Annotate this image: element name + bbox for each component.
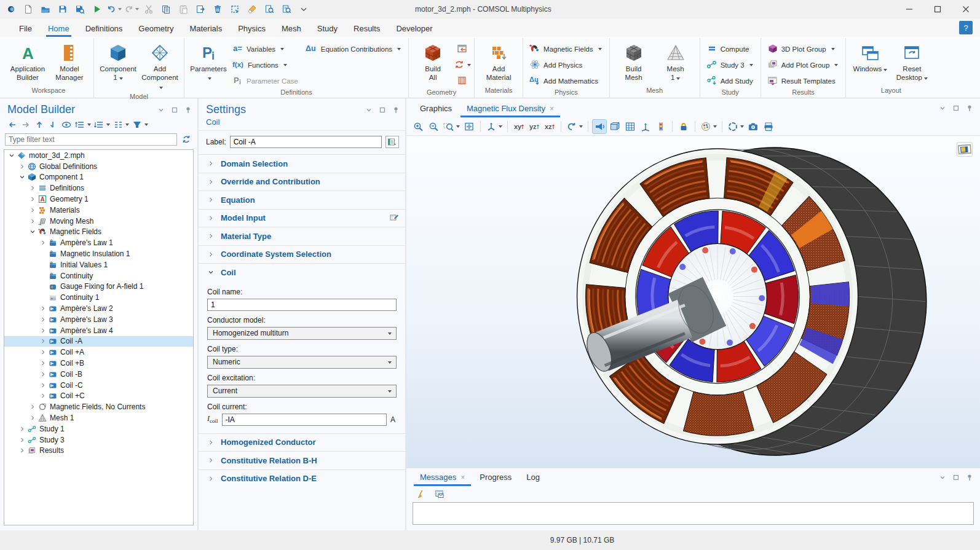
pin-icon[interactable] <box>965 104 974 112</box>
label-input[interactable] <box>230 136 382 148</box>
lock-button[interactable] <box>676 119 691 134</box>
close-tab-icon[interactable]: × <box>550 104 554 113</box>
expander-icon[interactable] <box>38 371 48 378</box>
tree-item-materials[interactable]: Materials <box>4 205 193 216</box>
expander-icon[interactable] <box>38 327 48 334</box>
section-header[interactable]: Override and Contribution <box>199 173 405 191</box>
result-templates-button[interactable]: Result Templates <box>765 74 842 88</box>
zoom-out-button[interactable] <box>427 119 441 134</box>
collapse-icon[interactable] <box>938 473 947 482</box>
close-tab-icon[interactable]: × <box>460 473 465 482</box>
palette-button[interactable] <box>699 119 718 134</box>
collapse-icon[interactable] <box>365 106 373 114</box>
printer-button[interactable] <box>761 119 776 134</box>
open-message-icon[interactable] <box>432 487 447 501</box>
magnetic-fields-button[interactable]: +Magnetic Fields <box>527 42 606 57</box>
pin-icon[interactable] <box>392 106 400 114</box>
refresh-filter-icon[interactable] <box>180 133 192 146</box>
undo-icon[interactable] <box>107 2 122 16</box>
menu-tab-mesh[interactable]: Mesh <box>274 21 309 37</box>
menu-tab-materials[interactable]: Materials <box>181 21 230 37</box>
add-study-button[interactable]: Add Study <box>704 74 757 88</box>
expander-icon[interactable] <box>17 173 27 181</box>
tree-item-amp-re-s-law-2[interactable]: Ampère's Law 2 <box>4 303 193 314</box>
redo-icon[interactable] <box>124 2 139 16</box>
menu-tab-results[interactable]: Results <box>346 21 388 37</box>
list-down-icon[interactable] <box>93 119 111 131</box>
tree-item-results[interactable]: Results <box>4 446 193 457</box>
coil-excitation-select[interactable]: Current <box>207 385 397 398</box>
broom-icon[interactable] <box>414 487 429 501</box>
arrow-up-icon[interactable] <box>33 119 45 131</box>
cut-icon[interactable] <box>141 2 156 16</box>
label-edit-icon[interactable] <box>385 136 399 148</box>
expander-icon[interactable] <box>28 195 38 203</box>
paste-icon[interactable] <box>176 2 191 16</box>
section-header[interactable]: Constitutive Relation D-E <box>199 470 405 488</box>
section-header[interactable]: Material Type <box>199 227 405 245</box>
mesh-1-button[interactable]: Mesh 1 <box>655 41 696 84</box>
tree-item-initial-values-1[interactable]: DInitial Values 1 <box>4 259 193 270</box>
add-physics-button[interactable]: Add Physics <box>527 58 606 73</box>
float-icon[interactable] <box>378 106 387 114</box>
rotate-button[interactable] <box>565 119 584 134</box>
arrow-down-icon[interactable] <box>47 119 59 131</box>
section-header[interactable]: Model Input <box>199 210 405 227</box>
application-builder-button[interactable]: AApplication Builder <box>7 41 48 84</box>
expander-icon[interactable] <box>38 348 48 356</box>
duplicate-icon[interactable] <box>193 2 208 16</box>
build-all-button[interactable]: Build All <box>413 41 453 84</box>
funnel-icon[interactable] <box>131 119 149 131</box>
scene-light-button[interactable] <box>592 119 607 134</box>
open-folder-icon[interactable] <box>38 2 53 16</box>
new-file-icon[interactable] <box>21 2 36 16</box>
expander-icon[interactable] <box>7 152 17 159</box>
brush-icon[interactable] <box>245 2 259 16</box>
copy-icon[interactable] <box>159 2 173 16</box>
update-button[interactable] <box>726 119 745 134</box>
maximize-button[interactable] <box>923 0 952 18</box>
pin-icon[interactable] <box>184 106 192 114</box>
menu-tab-study[interactable]: Study <box>309 21 346 37</box>
float-icon[interactable] <box>170 106 179 114</box>
tree-item-amp-re-s-law-1[interactable]: DAmpère's Law 1 <box>4 237 193 248</box>
arrow-right-icon[interactable] <box>20 119 32 131</box>
tree-item-coil--c[interactable]: Coil -C <box>4 380 193 391</box>
expander-icon[interactable] <box>38 305 48 312</box>
virtual-ops-button[interactable] <box>454 74 470 88</box>
tree-item-geometry-1[interactable]: AGeometry 1 <box>4 194 193 205</box>
float-icon[interactable] <box>952 104 960 112</box>
view-xy-button[interactable]: xy <box>512 119 526 134</box>
menu-tab-definitions[interactable]: Definitions <box>77 21 131 37</box>
filter-input[interactable] <box>5 133 177 146</box>
component-1-button[interactable]: Component 1 <box>98 41 138 84</box>
graphics-tab-magnetic-flux-density[interactable]: Magnetic Flux Density× <box>459 100 561 117</box>
tree-item-amp-re-s-law-3[interactable]: Ampère's Law 3 <box>4 314 193 325</box>
save-icon[interactable] <box>55 2 70 16</box>
graphics-canvas[interactable] <box>406 135 980 468</box>
messages-tab-messages[interactable]: Messages× <box>413 469 472 486</box>
view-xz-button[interactable]: xz <box>542 119 557 134</box>
expander-icon[interactable] <box>28 184 38 192</box>
expander-icon[interactable] <box>28 403 38 411</box>
plot-legend-toggle-button[interactable] <box>957 142 973 157</box>
close-button[interactable] <box>952 0 980 18</box>
chev-more-icon[interactable] <box>296 2 311 16</box>
tree-item-continuity-1[interactable]: ×Continuity 1 <box>4 292 193 303</box>
pencil-icon[interactable] <box>389 212 399 224</box>
tree-item-magnetic-fields-no-currents[interactable]: Magnetic Fields, No Currents <box>4 401 193 412</box>
compute-button[interactable]: Compute <box>704 42 757 57</box>
tree-item-magnetic-fields[interactable]: +Magnetic Fields <box>4 227 193 238</box>
collapse-icon[interactable] <box>938 104 947 112</box>
select-box-icon[interactable] <box>227 2 242 16</box>
section-header[interactable]: Equation <box>199 191 405 209</box>
tree-item-study-1[interactable]: Study 1 <box>4 423 193 434</box>
collapse-icon[interactable] <box>157 106 165 114</box>
functions-button[interactable]: f(x)Functions <box>230 58 302 73</box>
expander-icon[interactable] <box>17 436 27 444</box>
coil-current-input[interactable] <box>222 414 387 426</box>
save-search-icon[interactable] <box>73 2 87 16</box>
expander-icon[interactable] <box>28 218 38 225</box>
expander-icon[interactable] <box>38 382 48 389</box>
tree-item-magnetic-insulation-1[interactable]: DMagnetic Insulation 1 <box>4 248 193 259</box>
